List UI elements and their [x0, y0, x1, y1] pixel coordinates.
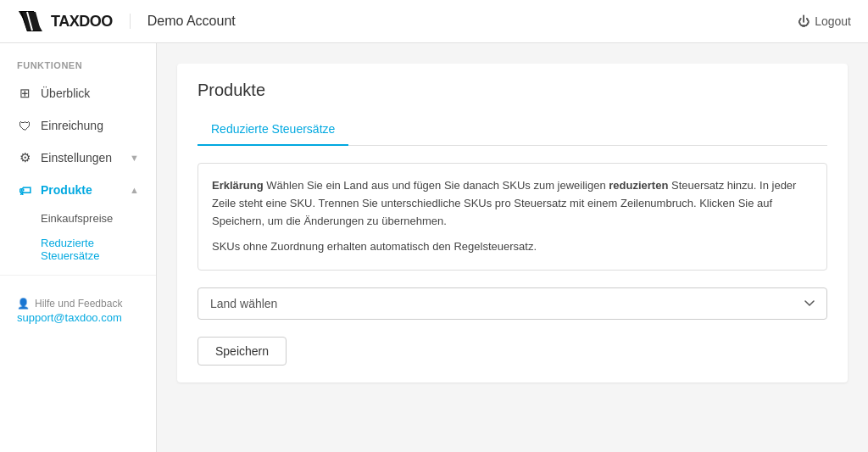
- shield-icon: 🛡: [17, 118, 32, 133]
- save-button[interactable]: Speichern: [198, 337, 287, 366]
- country-dropdown-container: Land wählen: [198, 287, 827, 320]
- sidebar-item-produkte[interactable]: 🏷 Produkte ▲: [0, 174, 156, 206]
- logout-button[interactable]: ⏻ Logout: [798, 14, 851, 28]
- card-header: Produkte Reduzierte Steuersätze: [177, 64, 848, 146]
- info-paragraph-2: SKUs ohne Zuordnung erhalten automatisch…: [212, 238, 813, 256]
- logo-text: TAXDOO: [51, 13, 113, 31]
- page-title: Produkte: [198, 81, 827, 100]
- header-account-name: Demo Account: [130, 14, 236, 29]
- card-body: Erklärung Wählen Sie ein Land aus und fü…: [177, 146, 848, 382]
- info-reduzierte-bold: reduzierten: [609, 179, 668, 192]
- tabs-container: Reduzierte Steuersätze: [198, 114, 827, 146]
- tag-icon: 🏷: [17, 182, 32, 198]
- logout-label: Logout: [815, 14, 851, 28]
- content-card: Produkte Reduzierte Steuersätze Erklärun…: [177, 64, 848, 382]
- sidebar-divider: [0, 275, 156, 276]
- header: TAXDOO Demo Account ⏻ Logout: [0, 0, 868, 43]
- info-paragraph-1: Erklärung Wählen Sie ein Land aus und fü…: [212, 177, 813, 230]
- sidebar-item-einreichung[interactable]: 🛡 Einreichung: [0, 109, 156, 142]
- sidebar-item-uberblick-label: Überblick: [41, 86, 90, 100]
- info-text-1: Wählen Sie ein Land aus und fügen Sie da…: [266, 179, 609, 192]
- sidebar-footer: 👤 Hilfe und Feedback support@taxdoo.com: [0, 284, 156, 338]
- sidebar-sub-item-einkaufspreise[interactable]: Einkaufspreise: [0, 206, 156, 231]
- logo: TAXDOO: [17, 8, 113, 35]
- person-icon: 👤: [17, 298, 30, 310]
- sidebar-item-einstellungen-label: Einstellungen: [41, 151, 112, 165]
- sidebar-item-einreichung-label: Einreichung: [41, 119, 103, 132]
- info-box: Erklärung Wählen Sie ein Land aus und fü…: [198, 163, 827, 271]
- country-dropdown[interactable]: Land wählen: [198, 287, 827, 320]
- header-left: TAXDOO Demo Account: [17, 8, 236, 35]
- chevron-up-icon: ▲: [130, 185, 139, 195]
- support-email-link[interactable]: support@taxdoo.com: [17, 311, 139, 324]
- sidebar-sub-item-reduzierte-steuersatze[interactable]: Reduzierte Steuersätze: [0, 231, 156, 268]
- sidebar-item-uberblick[interactable]: ⊞ Überblick: [0, 77, 156, 109]
- sidebar-item-einstellungen[interactable]: ⚙ Einstellungen ▼: [0, 142, 156, 174]
- gear-icon: ⚙: [17, 150, 32, 165]
- tab-reduzierte-steuersatze[interactable]: Reduzierte Steuersätze: [198, 114, 348, 146]
- help-label-text: Hilfe und Feedback: [35, 298, 122, 310]
- sidebar: FUNKTIONEN ⊞ Überblick 🛡 Einreichung ⚙ E…: [0, 43, 157, 452]
- grid-icon: ⊞: [17, 86, 32, 101]
- sidebar-section-label: FUNKTIONEN: [0, 60, 156, 77]
- chevron-down-icon: ▼: [130, 153, 139, 163]
- sidebar-item-produkte-label: Produkte: [41, 183, 92, 197]
- main-content: Produkte Reduzierte Steuersätze Erklärun…: [157, 43, 868, 452]
- power-icon: ⏻: [798, 14, 810, 28]
- layout: FUNKTIONEN ⊞ Überblick 🛡 Einreichung ⚙ E…: [0, 43, 868, 452]
- info-erklarung-bold: Erklärung: [212, 179, 264, 192]
- help-feedback-label: 👤 Hilfe und Feedback: [17, 298, 139, 310]
- taxdoo-logo-icon: [17, 8, 44, 35]
